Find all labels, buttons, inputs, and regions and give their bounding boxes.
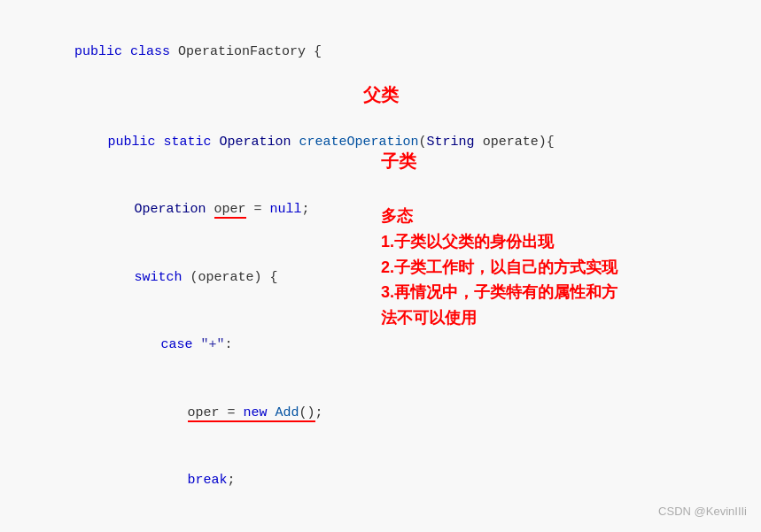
params: (: [419, 135, 427, 150]
line-case-minus: case "-":: [27, 514, 734, 532]
line-1: public class OperationFactory {: [27, 18, 734, 86]
code-container: public class OperationFactory { public s…: [0, 0, 761, 532]
line-break1: break;: [27, 447, 734, 515]
duotai-line4: 法不可以使用: [381, 305, 617, 331]
fuclass-annotation: 父类: [363, 80, 399, 110]
kw-public2: public: [108, 135, 164, 150]
kw-break1: break: [188, 473, 228, 488]
line-add: oper = new Add();: [27, 379, 734, 447]
duotai-annotation: 多态 1.子类以父类的身份出现 2.子类工作时，以自己的方式实现 3.再情况中，…: [381, 204, 617, 331]
duotai-line3: 3.再情况中，子类特有的属性和方: [381, 280, 617, 305]
keyword-public: public: [74, 44, 130, 59]
duotai-line2: 2.子类工作时，以自己的方式实现: [381, 255, 617, 281]
duotai-line1: 1.子类以父类的身份出现: [381, 229, 617, 255]
ziclass-annotation: 子类: [381, 146, 416, 176]
kw-static: static: [164, 135, 220, 150]
classname: OperationFactory {: [178, 44, 322, 59]
param-operate: operate: [483, 135, 539, 150]
type-operation: Operation: [220, 135, 299, 150]
kw-case1: case: [161, 337, 201, 352]
oper-add-underline: oper = new Add(): [188, 405, 315, 422]
kw-switch: switch: [135, 270, 190, 285]
watermark: CSDN @KevinIIIi: [658, 502, 747, 521]
duotai-title: 多态: [381, 204, 617, 229]
oper-underline: oper: [214, 202, 246, 219]
keyword-class: class: [130, 44, 178, 59]
type-string: String: [427, 135, 483, 150]
